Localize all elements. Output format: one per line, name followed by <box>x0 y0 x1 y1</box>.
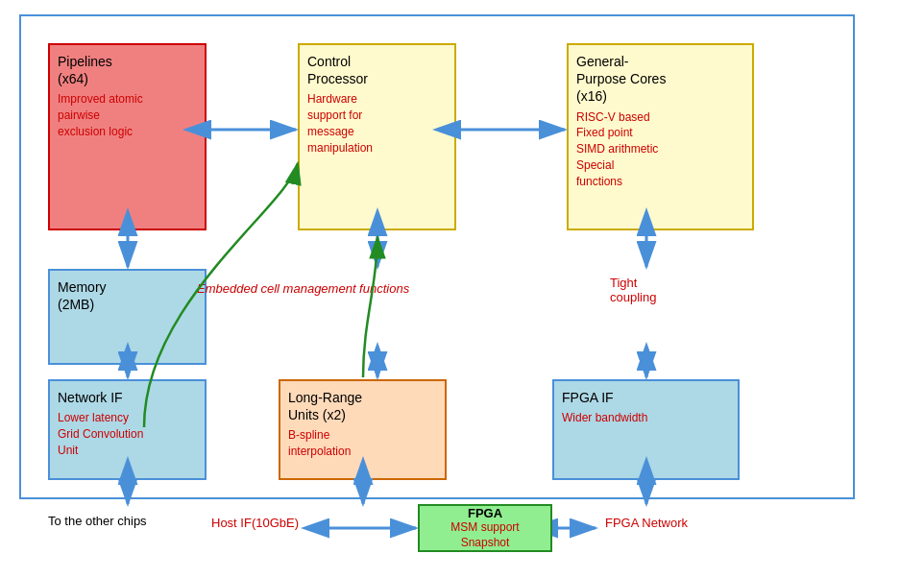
network-detail: Lower latencyGrid ConvolutionUnit <box>58 410 197 458</box>
fpga-network-label: FPGA Network <box>605 516 688 530</box>
fpgaif-detail: Wider bandwidth <box>562 410 730 426</box>
host-if-label: Host IF(10GbE) <box>211 516 299 530</box>
pipelines-title: Pipelines(x64) <box>58 53 197 87</box>
fpga-bottom-detail: MSM supportSnapshot <box>450 520 519 550</box>
embedded-label: Embedded cell management functions <box>197 281 409 296</box>
gpc-block: General-Purpose Cores(x16) RISC-V basedF… <box>567 43 754 230</box>
to-other-chips-label: To the other chips <box>48 514 147 528</box>
network-block: Network IF Lower latencyGrid Convolution… <box>48 379 207 480</box>
memory-title: Memory(2MB) <box>58 278 197 313</box>
network-title: Network IF <box>58 389 197 406</box>
lru-detail: B-splineinterpolation <box>288 427 437 460</box>
diagram-container: Pipelines(x64) Improved atomicpairwiseex… <box>19 14 903 552</box>
control-detail: Hardwaresupport formessagemanipulation <box>307 91 447 156</box>
lru-block: Long-RangeUnits (x2) B-splineinterpolati… <box>279 379 447 480</box>
tight-label: Tightcoupling <box>610 276 656 304</box>
gpc-title: General-Purpose Cores(x16) <box>576 53 744 106</box>
fpga-bottom-label: FPGA <box>468 506 502 520</box>
control-block: ControlProcessor Hardwaresupport formess… <box>298 43 456 230</box>
pipelines-detail: Improved atomicpairwiseexclusion logic <box>58 91 197 139</box>
lru-title: Long-RangeUnits (x2) <box>288 389 437 423</box>
fpgaif-title: FPGA IF <box>562 389 730 406</box>
gpc-detail: RISC-V basedFixed pointSIMD arithmeticSp… <box>576 109 744 190</box>
fpga-bottom-block: FPGA MSM supportSnapshot <box>418 504 552 552</box>
control-title: ControlProcessor <box>307 53 447 87</box>
pipelines-block: Pipelines(x64) Improved atomicpairwiseex… <box>48 43 207 230</box>
memory-block: Memory(2MB) <box>48 269 207 365</box>
fpgaif-block: FPGA IF Wider bandwidth <box>552 379 740 480</box>
